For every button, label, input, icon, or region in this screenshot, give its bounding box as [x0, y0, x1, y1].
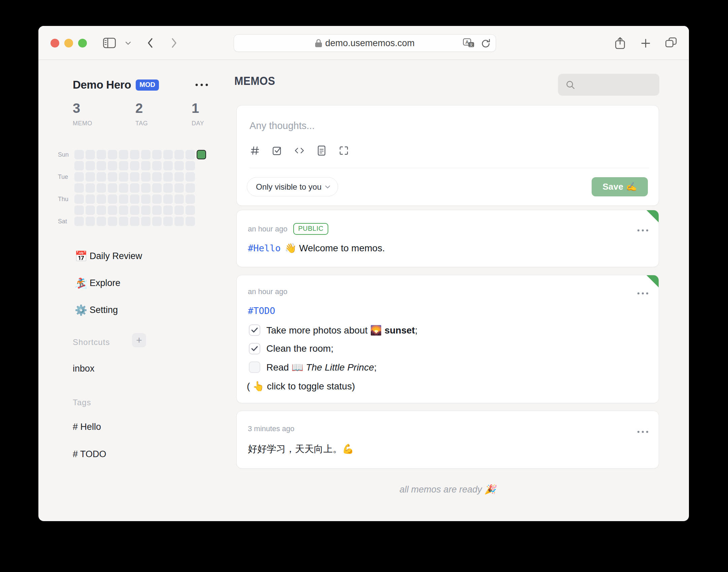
memo-editor-input[interactable]: Any thoughts...	[250, 120, 315, 131]
heatmap-cell[interactable]	[152, 205, 162, 215]
heatmap-cell[interactable]	[152, 217, 162, 226]
heatmap-cell[interactable]	[119, 150, 128, 159]
heatmap-cell[interactable]	[86, 183, 95, 193]
heatmap-cell[interactable]	[119, 183, 128, 193]
close-window-button[interactable]	[51, 39, 59, 47]
heatmap-cell[interactable]	[108, 172, 117, 182]
zoom-window-button[interactable]	[78, 39, 87, 47]
save-button[interactable]: Save ✍️	[592, 177, 648, 196]
heatmap-cell[interactable]	[152, 194, 162, 204]
heatmap-cell[interactable]	[97, 183, 106, 193]
heatmap-cell[interactable]	[130, 217, 139, 226]
heatmap-cell[interactable]	[86, 172, 95, 182]
heatmap-cell[interactable]	[108, 161, 117, 170]
back-button[interactable]	[147, 38, 153, 48]
memo-menu-dots-icon[interactable]	[637, 290, 649, 296]
add-shortcut-button[interactable]: +	[132, 333, 146, 347]
heatmap-cell[interactable]	[108, 150, 117, 159]
heatmap-cell[interactable]	[97, 161, 106, 170]
search-input[interactable]	[558, 74, 659, 96]
heatmap-cell[interactable]	[97, 150, 106, 159]
visibility-select[interactable]: Only visible to you	[247, 177, 338, 196]
tag-item-hello[interactable]: # Hello	[73, 422, 101, 432]
heatmap-cell[interactable]	[74, 150, 84, 159]
heatmap-cell[interactable]	[130, 150, 139, 159]
heatmap-cell[interactable]	[174, 172, 184, 182]
heatmap-cell[interactable]	[86, 205, 95, 215]
sidebar-item-daily-review[interactable]: 📅 Daily Review	[71, 246, 209, 266]
heatmap-cell[interactable]	[152, 183, 162, 193]
task-checkbox[interactable]	[249, 324, 260, 336]
heatmap-cell[interactable]	[86, 217, 95, 226]
heatmap-cell[interactable]	[108, 217, 117, 226]
address-bar[interactable]: demo.usememos.com A文	[234, 34, 496, 52]
heatmap-cell[interactable]	[141, 194, 151, 204]
heatmap-cell[interactable]	[152, 172, 162, 182]
heatmap-cell[interactable]	[119, 205, 128, 215]
heatmap-cell[interactable]	[141, 205, 151, 215]
minimize-window-button[interactable]	[64, 39, 73, 47]
heatmap-cell[interactable]	[186, 150, 195, 159]
heatmap-cell[interactable]	[74, 217, 84, 226]
heatmap-cell[interactable]	[74, 205, 84, 215]
sidebar-toggle-icon[interactable]	[103, 38, 116, 48]
heatmap-cell[interactable]	[163, 161, 173, 170]
new-tab-icon[interactable]	[641, 38, 651, 48]
code-icon[interactable]	[294, 145, 305, 156]
tag-item-todo[interactable]: # TODO	[73, 449, 106, 459]
heatmap-cell[interactable]	[130, 172, 139, 182]
heatmap-cell[interactable]	[97, 172, 106, 182]
heatmap-cell[interactable]	[174, 150, 184, 159]
heatmap-cell[interactable]	[186, 205, 195, 215]
heatmap-cell[interactable]	[119, 172, 128, 182]
heatmap-cell[interactable]	[130, 205, 139, 215]
heatmap-cell[interactable]	[141, 172, 151, 182]
shortcut-item-inbox[interactable]: inbox	[73, 363, 95, 374]
heatmap-cell[interactable]	[108, 205, 117, 215]
heatmap-cell[interactable]	[174, 205, 184, 215]
heatmap-cell[interactable]	[119, 161, 128, 170]
reload-icon[interactable]	[481, 39, 490, 49]
heatmap-cell[interactable]	[163, 183, 173, 193]
sidebar-item-explore[interactable]: 🏂 Explore	[71, 273, 209, 293]
heatmap-cell[interactable]	[130, 194, 139, 204]
heatmap-cell[interactable]	[174, 217, 184, 226]
heatmap-cell[interactable]	[74, 161, 84, 170]
heatmap-cell[interactable]	[163, 217, 173, 226]
heatmap-cell[interactable]	[97, 205, 106, 215]
heatmap-cell[interactable]	[74, 172, 84, 182]
tag-icon[interactable]	[250, 145, 260, 156]
heatmap-cell[interactable]	[174, 161, 184, 170]
tab-overview-icon[interactable]	[665, 37, 677, 48]
memo-menu-dots-icon[interactable]	[637, 227, 649, 233]
heatmap-cell[interactable]	[86, 194, 95, 204]
user-menu-dots-icon[interactable]	[195, 82, 209, 88]
heatmap-cell[interactable]	[119, 194, 128, 204]
heatmap-cell-today[interactable]	[197, 150, 206, 159]
forward-button[interactable]	[171, 38, 177, 48]
heatmap-cell[interactable]	[186, 172, 195, 182]
heatmap-cell[interactable]	[86, 161, 95, 170]
heatmap-cell[interactable]	[74, 194, 84, 204]
heatmap-cell[interactable]	[97, 217, 106, 226]
heatmap-cell[interactable]	[141, 161, 151, 170]
memo-tag[interactable]: #Hello	[248, 243, 281, 253]
heatmap-cell[interactable]	[186, 161, 195, 170]
heatmap-cell[interactable]	[130, 161, 139, 170]
heatmap-cell[interactable]	[163, 172, 173, 182]
heatmap-cell[interactable]	[130, 183, 139, 193]
sidebar-item-setting[interactable]: ⚙️ Setting	[71, 299, 209, 320]
heatmap-cell[interactable]	[186, 194, 195, 204]
heatmap-cell[interactable]	[141, 183, 151, 193]
sidebar-chevron-down-icon[interactable]	[125, 41, 131, 45]
heatmap-cell[interactable]	[186, 183, 195, 193]
heatmap-cell[interactable]	[152, 150, 162, 159]
heatmap-cell[interactable]	[186, 217, 195, 226]
memo-menu-dots-icon[interactable]	[637, 428, 649, 435]
heatmap-cell[interactable]	[163, 205, 173, 215]
document-icon[interactable]	[316, 145, 327, 156]
heatmap-cell[interactable]	[97, 194, 106, 204]
task-checkbox[interactable]	[249, 343, 260, 354]
heatmap-cell[interactable]	[108, 183, 117, 193]
memo-tag[interactable]: #TODO	[248, 306, 275, 316]
